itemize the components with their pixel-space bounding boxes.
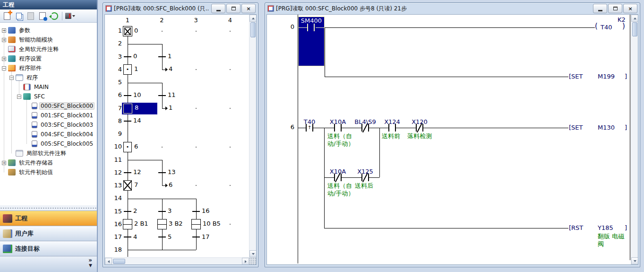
tree-expander[interactable]: + xyxy=(2,28,6,33)
tree-item[interactable]: +智能功能模块 xyxy=(0,35,97,44)
refresh-button[interactable] xyxy=(49,11,60,21)
nav-button-user-library[interactable]: 用户库 xyxy=(0,226,97,241)
sfc-jump[interactable] xyxy=(162,108,165,109)
maximize-button[interactable] xyxy=(226,4,240,13)
sfc-transition[interactable] xyxy=(158,211,166,212)
tree-item[interactable]: 软元件初始值 xyxy=(0,167,97,177)
ladder-canvas[interactable]: 0SM400(T40)K2[SETM199]6↑T40X10ABL4\S9X12… xyxy=(267,15,631,264)
tree-item[interactable]: −程序 xyxy=(0,73,97,82)
tree-item[interactable]: 全局软元件注释 xyxy=(0,44,97,54)
label: 0 xyxy=(286,24,294,30)
sfc-transition[interactable] xyxy=(158,237,166,237)
sfc-jump[interactable] xyxy=(162,185,165,186)
contact-no[interactable] xyxy=(389,126,395,130)
scroll-right-button[interactable] xyxy=(242,258,249,265)
sfc-block-step[interactable] xyxy=(191,224,201,225)
tree-item[interactable]: 局部软元件注释 xyxy=(0,149,97,158)
scroll-thumb[interactable] xyxy=(632,22,637,36)
panel-splitter-grip[interactable] xyxy=(0,205,97,211)
scroll-left-button[interactable] xyxy=(105,258,112,265)
tree-item[interactable]: 000:SFC_Block000 xyxy=(0,101,97,111)
tree-item[interactable]: +参数 xyxy=(0,26,97,35)
user-library-icon xyxy=(3,229,12,238)
sfc-jump[interactable] xyxy=(162,70,165,70)
tree-expander[interactable]: + xyxy=(2,38,6,42)
tree-expander[interactable]: − xyxy=(17,95,21,99)
sfc-transition[interactable] xyxy=(124,56,131,57)
sfc-transition[interactable] xyxy=(158,56,166,57)
nav-button-project[interactable]: 工程 xyxy=(0,211,97,226)
nav-button-connection-destination[interactable]: 连接目标 xyxy=(0,241,97,256)
sfc-block-step[interactable] xyxy=(157,224,167,225)
sfc-jump[interactable]: 1 xyxy=(169,105,172,111)
contact-no[interactable] xyxy=(335,126,341,130)
tree-expander[interactable]: + xyxy=(2,57,6,61)
sfc-window-titlebar[interactable]: [PRG]读取 000:SFC_Block000 (只... × xyxy=(104,3,257,14)
sfc-icon xyxy=(23,93,31,100)
sfc-jump[interactable] xyxy=(165,184,168,187)
device-display-button[interactable] xyxy=(65,11,75,21)
sfc-horizontal-scrollbar[interactable] xyxy=(105,257,249,264)
tree-expander[interactable]: − xyxy=(9,76,14,80)
sfc-jump[interactable] xyxy=(165,68,168,71)
label: 14 xyxy=(112,195,122,202)
sfc-transition[interactable] xyxy=(124,121,131,122)
tree-item[interactable]: +软元件存储器 xyxy=(0,158,97,167)
minimize-button[interactable] xyxy=(593,4,607,13)
sfc-vertical-scrollbar[interactable] xyxy=(249,15,256,257)
ladder-window-titlebar[interactable]: [PRG]读取 000:SFC_Block000 步号8 (只读) 21步 × xyxy=(266,3,638,14)
sfc-step[interactable]: • xyxy=(123,66,132,73)
scroll-down-button[interactable] xyxy=(631,257,638,264)
nav-dropdown-icon[interactable]: ▼ xyxy=(89,263,92,268)
paste-button[interactable] xyxy=(26,11,36,21)
scroll-down-button[interactable] xyxy=(249,250,257,257)
scroll-up-button[interactable] xyxy=(249,15,257,22)
label: 3 xyxy=(112,53,122,60)
grid-dot xyxy=(196,147,197,148)
scroll-thumb[interactable] xyxy=(113,259,125,264)
sfc-jump[interactable]: 4 xyxy=(169,66,172,72)
sfc-step[interactable]: • xyxy=(123,144,132,150)
document-info-button[interactable] xyxy=(37,11,48,21)
sfc-transition[interactable] xyxy=(124,95,131,96)
label: 6 xyxy=(112,92,122,98)
tree-item[interactable]: +程序设置 xyxy=(0,54,97,63)
tree-item[interactable]: 005:SFC_Block005 xyxy=(0,139,97,149)
sfc-block-step[interactable] xyxy=(123,224,132,225)
sfc-transition[interactable] xyxy=(124,172,131,173)
copy-button[interactable] xyxy=(14,11,24,21)
sfc-canvas[interactable]: 1234123456789101112131415161718001•14101… xyxy=(105,15,249,257)
sfc-jump[interactable]: 6 xyxy=(169,182,172,188)
tree-item[interactable]: MAIN xyxy=(0,82,97,92)
label: 5 xyxy=(112,79,122,86)
tree-item[interactable]: −SFC xyxy=(0,92,97,101)
wire xyxy=(162,229,163,250)
grid-dot xyxy=(230,185,231,186)
tree-item[interactable]: 004:SFC_Block004 xyxy=(0,130,97,139)
overflow-chevron-icon[interactable]: » xyxy=(88,257,92,263)
tree-item[interactable]: −程序部件 xyxy=(0,63,97,73)
ladder-vertical-scrollbar[interactable] xyxy=(631,15,638,264)
close-button[interactable]: × xyxy=(241,4,256,13)
sfc-step[interactable] xyxy=(123,104,132,114)
sfc-transition[interactable] xyxy=(158,95,166,96)
scroll-up-button[interactable] xyxy=(631,15,638,22)
maximize-button[interactable] xyxy=(608,4,622,13)
sfc-transition[interactable] xyxy=(124,237,131,237)
sfc-jump[interactable] xyxy=(165,106,168,110)
scroll-thumb[interactable] xyxy=(250,22,256,37)
sfc-transition[interactable] xyxy=(192,237,200,237)
minimize-button[interactable] xyxy=(211,4,225,13)
tree-expander[interactable]: + xyxy=(2,161,6,165)
label: 12 xyxy=(112,169,122,176)
sfc-transition[interactable] xyxy=(158,172,166,173)
sfc-transition[interactable] xyxy=(124,211,131,212)
sfc-transition[interactable] xyxy=(192,211,200,212)
tree-item[interactable]: 003:SFC_Block003 xyxy=(0,120,97,130)
tree-expander[interactable]: − xyxy=(2,66,6,70)
new-document-button[interactable] xyxy=(2,11,12,21)
label: ( xyxy=(595,23,598,29)
close-button[interactable]: × xyxy=(623,4,637,13)
tree-item[interactable]: 001:SFC_Block001 xyxy=(0,111,97,120)
resize-grip[interactable] xyxy=(249,257,256,264)
